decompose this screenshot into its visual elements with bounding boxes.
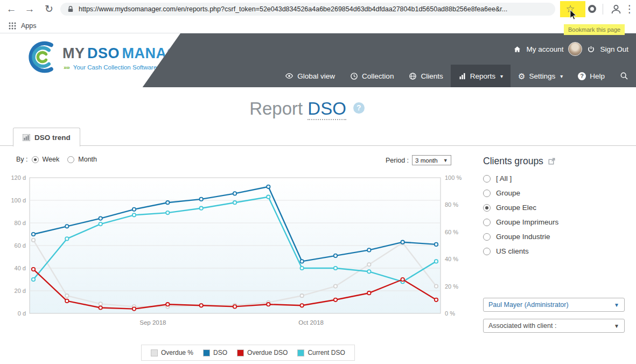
svg-text:80 d: 80 d bbox=[15, 220, 26, 226]
tab-dso-trend[interactable]: DSO trend bbox=[13, 128, 80, 146]
group-radio-3[interactable] bbox=[483, 219, 491, 226]
group-radio-0[interactable] bbox=[483, 175, 491, 183]
legend-label: Overdue DSO bbox=[247, 349, 288, 356]
nav-item-3[interactable]: Reports ▾ bbox=[451, 65, 511, 87]
legend-label: Current DSO bbox=[307, 349, 345, 356]
legend-swatch bbox=[151, 349, 158, 356]
browser-chrome: ← → ↻ https://www.mydsomanager.com/en/re… bbox=[0, 0, 636, 33]
bar-chart-icon bbox=[458, 72, 466, 80]
chart-tab-icon bbox=[23, 134, 30, 141]
group-label: [ All ] bbox=[496, 174, 512, 183]
main-nav: Global view Collection Clients bbox=[277, 65, 636, 87]
group-item-1[interactable]: Groupe bbox=[483, 189, 558, 197]
svg-text:0 d: 0 d bbox=[18, 310, 26, 317]
chevrons-icon: »» bbox=[64, 64, 69, 71]
home-icon bbox=[513, 45, 521, 53]
period-select[interactable]: 3 month ▼ bbox=[412, 155, 451, 165]
user-select-value: Paul Mayer (Administrator) bbox=[488, 301, 569, 309]
associated-client-value: Associated with client : bbox=[488, 322, 556, 330]
radio-label-week[interactable]: Week bbox=[43, 156, 60, 163]
clients-groups-title: Clients groups bbox=[483, 156, 543, 167]
sign-out-link[interactable]: Sign Out bbox=[600, 45, 628, 53]
legend-item-current-dso[interactable]: Current DSO bbox=[292, 349, 350, 356]
legend-swatch bbox=[203, 349, 210, 356]
radio-label-month[interactable]: Month bbox=[78, 156, 97, 163]
group-item-0[interactable]: [ All ] bbox=[483, 174, 558, 183]
tab-underline bbox=[0, 145, 636, 146]
logo-word-my: MY bbox=[62, 45, 85, 61]
associated-client-select[interactable]: Associated with client : ▼ bbox=[483, 319, 625, 333]
group-item-3[interactable]: Groupe Imprimeurs bbox=[483, 218, 558, 226]
nav-item-0[interactable]: Global view bbox=[277, 65, 343, 87]
toolbar-divider bbox=[603, 4, 603, 15]
site-header: MY DSO MANAGER »» Your Cash Collection S… bbox=[0, 33, 636, 87]
group-item-2[interactable]: Groupe Elec bbox=[483, 204, 558, 212]
tab-label: DSO trend bbox=[34, 134, 71, 142]
logo-text: MY DSO MANAGER bbox=[62, 45, 199, 62]
chart-legend: Overdue % DSO Overdue DSO Current DSO bbox=[141, 345, 355, 361]
caret-down-icon: ▾ bbox=[500, 73, 503, 79]
legend-item-overdue-pct[interactable]: Overdue % bbox=[146, 349, 198, 356]
extension-icon[interactable] bbox=[588, 5, 596, 13]
group-label: Groupe Imprimeurs bbox=[496, 218, 558, 226]
legend-label: DSO bbox=[213, 349, 227, 356]
external-link-icon[interactable] bbox=[548, 158, 555, 165]
svg-text:100 d: 100 d bbox=[11, 197, 26, 204]
caret-down-icon: ▾ bbox=[560, 73, 563, 79]
nav-label: Clients bbox=[421, 72, 443, 80]
period-label: Period : bbox=[386, 157, 409, 164]
group-radio-1[interactable] bbox=[483, 190, 491, 197]
page-title: Report DSO? bbox=[0, 99, 614, 119]
browser-toolbar: ← → ↻ https://www.mydsomanager.com/en/re… bbox=[0, 0, 636, 18]
avatar[interactable] bbox=[568, 42, 582, 56]
back-icon[interactable]: ← bbox=[4, 2, 18, 16]
chart-container: 0 d20 d40 d60 d80 d100 d120 d0 %20 %40 %… bbox=[5, 172, 466, 333]
bookmarks-bar: Apps bbox=[0, 18, 636, 33]
group-radio-2[interactable] bbox=[483, 204, 491, 212]
group-item-5[interactable]: US clients bbox=[483, 247, 558, 255]
apps-grid-icon[interactable] bbox=[9, 22, 16, 30]
user-select[interactable]: Paul Mayer (Administrator) ▼ bbox=[483, 298, 625, 312]
svg-text:80 %: 80 % bbox=[445, 201, 458, 208]
refresh-icon[interactable]: ↻ bbox=[42, 2, 56, 16]
browser-menu-icon[interactable]: ⋮ bbox=[623, 2, 636, 16]
legend-item-overdue-dso[interactable]: Overdue DSO bbox=[232, 349, 292, 356]
by-controls: By : Week Month bbox=[16, 156, 97, 163]
svg-text:20 d: 20 d bbox=[15, 288, 26, 294]
nav-item-4[interactable]: ⚙ Settings ▾ bbox=[511, 65, 570, 87]
nav-label: Global view bbox=[297, 72, 335, 80]
by-radio-0[interactable] bbox=[32, 156, 39, 163]
svg-text:60 d: 60 d bbox=[15, 242, 26, 249]
apps-bookmark[interactable]: Apps bbox=[21, 22, 37, 30]
nav-item-2[interactable]: Clients bbox=[401, 65, 450, 87]
legend-item-dso[interactable]: DSO bbox=[198, 349, 232, 356]
my-account-link[interactable]: My account bbox=[526, 45, 563, 53]
nav-item-1[interactable]: Collection bbox=[343, 65, 401, 87]
mouse-cursor bbox=[569, 10, 578, 20]
group-label: Groupe Elec bbox=[496, 204, 536, 212]
group-radio-5[interactable] bbox=[483, 248, 491, 255]
nav-item-5[interactable]: ? Help bbox=[570, 65, 612, 87]
svg-text:20 %: 20 % bbox=[445, 283, 458, 290]
period-controls: Period : 3 month ▼ bbox=[386, 155, 451, 165]
address-bar[interactable]: https://www.mydsomanager.com/en/reports.… bbox=[60, 3, 555, 16]
by-radio-1[interactable] bbox=[67, 156, 74, 163]
dso-chart: 0 d20 d40 d60 d80 d100 d120 d0 %20 %40 %… bbox=[5, 172, 466, 331]
nav-item-search[interactable] bbox=[612, 65, 636, 87]
logo-arcs-icon bbox=[25, 40, 59, 74]
group-item-4[interactable]: Groupe Industrie bbox=[483, 233, 558, 241]
svg-text:Sep 2018: Sep 2018 bbox=[139, 319, 166, 326]
profile-icon[interactable] bbox=[610, 3, 623, 16]
group-label: Groupe bbox=[496, 189, 520, 197]
svg-text:60 %: 60 % bbox=[445, 229, 458, 235]
svg-text:Oct 2018: Oct 2018 bbox=[298, 319, 324, 326]
search-icon bbox=[620, 72, 628, 80]
forward-icon[interactable]: → bbox=[23, 2, 37, 16]
svg-text:40 %: 40 % bbox=[445, 256, 458, 262]
logo-word-dso: DSO bbox=[87, 45, 120, 61]
logo[interactable]: MY DSO MANAGER »» Your Cash Collection S… bbox=[0, 33, 180, 87]
legend-swatch bbox=[237, 349, 244, 356]
help-bubble-icon[interactable]: ? bbox=[353, 102, 365, 114]
group-radio-4[interactable] bbox=[483, 233, 491, 241]
svg-text:120 d: 120 d bbox=[11, 174, 26, 181]
